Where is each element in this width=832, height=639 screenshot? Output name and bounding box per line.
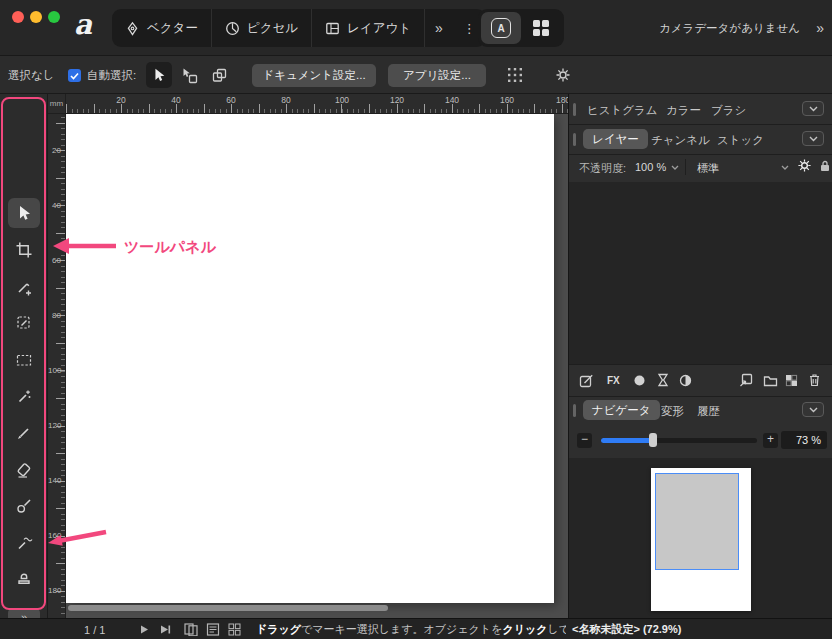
rect-marquee-tool-button[interactable] xyxy=(8,345,40,375)
select-object-tool-button[interactable] xyxy=(176,62,202,88)
application-window: a ベクター ピクセル レイアウト » ⋮ A xyxy=(0,0,832,639)
flood-select-tool-button[interactable] xyxy=(8,382,40,412)
opacity-dropdown[interactable]: 100 % xyxy=(635,161,666,173)
navigator-page-thumbnail[interactable] xyxy=(651,468,751,611)
zoom-value-field[interactable]: 73 % xyxy=(781,431,827,449)
mask-layer-button[interactable] xyxy=(633,374,646,387)
tab-channels[interactable]: チャンネル xyxy=(651,133,710,148)
ruler-label: 40 xyxy=(171,95,180,105)
close-window-button[interactable] xyxy=(12,11,24,23)
a-badge-button[interactable]: A xyxy=(481,12,521,44)
panel-drag-handle[interactable] xyxy=(573,404,576,417)
zoom-slider-track[interactable] xyxy=(601,438,757,443)
edit-layer-button[interactable] xyxy=(579,373,594,388)
tool-panel: » ••• xyxy=(0,94,48,618)
snapping-grid-button[interactable] xyxy=(502,62,528,88)
horizontal-ruler[interactable]: 20 40 60 80 100 120 140 160 180 xyxy=(66,94,568,114)
layer-lock-button[interactable] xyxy=(819,159,831,172)
paint-brush-tool-button[interactable] xyxy=(8,418,40,448)
zoom-slider-handle[interactable] xyxy=(649,433,657,447)
tab-navigator[interactable]: ナビゲータ xyxy=(583,400,660,420)
live-filter-button[interactable] xyxy=(679,374,692,387)
last-page-button[interactable] xyxy=(160,619,171,639)
layer-fx-button[interactable]: FX xyxy=(607,375,620,386)
canvas-viewport[interactable] xyxy=(66,114,568,618)
cursor-tool-button[interactable] xyxy=(146,62,172,88)
panel-collapse-button[interactable] xyxy=(802,402,824,417)
ruler-label: 80 xyxy=(48,311,61,320)
ruler-major-ticks xyxy=(66,104,568,113)
divider xyxy=(569,154,832,155)
titlebar-overflow-chevron[interactable]: » xyxy=(816,0,824,56)
group-layers-button[interactable] xyxy=(763,375,778,387)
dodge-brush-tool-button[interactable] xyxy=(8,491,40,521)
pixel-persona-icon xyxy=(225,21,240,36)
divider xyxy=(685,159,686,175)
tab-layers[interactable]: レイヤー xyxy=(583,129,648,149)
persona-layout-button[interactable]: レイアウト xyxy=(312,9,424,47)
vertical-ruler[interactable]: 20 40 60 80 100 120 140 160 180 200 xyxy=(48,114,66,618)
chevron-down-icon[interactable] xyxy=(781,165,789,170)
hint-keyword: クリック xyxy=(502,622,547,637)
tab-histogram[interactable]: ヒストグラム xyxy=(587,103,658,118)
erase-tool-button[interactable] xyxy=(8,455,40,485)
ruler-label: 120 xyxy=(390,95,404,105)
document-settings-button[interactable]: ドキュメント設定... xyxy=(252,64,376,87)
hourglass-icon xyxy=(657,373,669,387)
persona-vector-button[interactable]: ベクター xyxy=(112,9,211,47)
delete-layer-button[interactable] xyxy=(808,373,821,387)
select-group-tool-button[interactable] xyxy=(206,62,232,88)
ruler-label: 180 xyxy=(556,95,568,105)
layer-settings-gear-button[interactable] xyxy=(797,158,812,173)
zoom-out-button[interactable]: − xyxy=(577,433,592,448)
app-settings-button[interactable]: アプリ設定... xyxy=(388,64,486,87)
single-page-view-button[interactable] xyxy=(184,619,198,639)
panel-drag-handle[interactable] xyxy=(573,133,576,146)
zoom-controls: − + 73 % xyxy=(569,424,832,458)
studio-grid-button[interactable] xyxy=(521,12,561,44)
blend-mode-dropdown[interactable]: 標準 xyxy=(697,161,719,176)
zoom-in-button[interactable]: + xyxy=(763,433,778,448)
grid-view-button[interactable] xyxy=(228,619,241,639)
freehand-marquee-tool-button[interactable] xyxy=(8,308,40,338)
settings-gear-button[interactable] xyxy=(550,62,576,88)
chevron-down-icon[interactable] xyxy=(671,165,679,170)
camera-data-status: カメラデータがありません xyxy=(659,0,800,56)
transparency-button[interactable] xyxy=(785,374,798,387)
persona-layout-label: レイアウト xyxy=(347,20,411,37)
toolbar-overflow-button[interactable]: » xyxy=(425,20,453,36)
facing-pages-view-button[interactable] xyxy=(206,619,220,639)
navigator-viewport-rect[interactable] xyxy=(655,473,739,570)
move-tool-button[interactable] xyxy=(8,198,40,228)
document-page[interactable] xyxy=(66,114,554,603)
smudge-tool-button[interactable] xyxy=(8,528,40,558)
panel-drag-handle[interactable] xyxy=(573,103,576,116)
persona-pixel-button[interactable]: ピクセル xyxy=(212,9,311,47)
tab-color[interactable]: カラー xyxy=(666,103,701,118)
minimize-window-button[interactable] xyxy=(30,11,42,23)
tab-brush[interactable]: ブラシ xyxy=(711,103,746,118)
adjustment-layer-button[interactable] xyxy=(657,373,669,387)
tab-stock[interactable]: ストック xyxy=(717,133,764,148)
panel-collapse-button[interactable] xyxy=(802,131,824,146)
selection-brush-tool-button[interactable] xyxy=(8,272,40,302)
gear-icon xyxy=(555,67,571,83)
horizontal-scrollbar[interactable] xyxy=(68,605,388,611)
panel-collapse-button[interactable] xyxy=(802,101,824,116)
new-layer-button[interactable] xyxy=(739,373,753,387)
play-icon xyxy=(140,625,149,634)
tab-transform[interactable]: 変形 xyxy=(661,404,684,419)
ruler-label: 160 xyxy=(500,95,514,105)
clone-stamp-tool-button[interactable] xyxy=(8,562,40,592)
auto-select-checkbox[interactable] xyxy=(68,69,81,82)
tab-history[interactable]: 履歴 xyxy=(697,404,720,419)
zoom-window-button[interactable] xyxy=(48,11,60,23)
dot-grid-icon xyxy=(507,67,523,83)
crop-tool-button[interactable] xyxy=(8,235,40,265)
layers-list-empty[interactable] xyxy=(569,182,832,364)
ruler-label: 60 xyxy=(226,95,235,105)
ruler-label: 20 xyxy=(48,146,61,155)
navigator-preview-area[interactable] xyxy=(569,458,832,618)
mask-circle-icon xyxy=(633,374,646,387)
next-page-button[interactable] xyxy=(140,619,149,639)
